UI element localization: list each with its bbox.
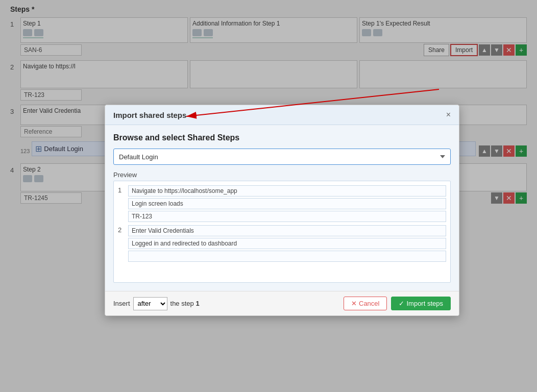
modal-body: Browse and select Shared Steps Default L…: [105, 125, 459, 291]
modal-subtitle: Browse and select Shared Steps: [113, 133, 451, 142]
preview-fields-2: Enter Valid Credentials Logged in and re…: [128, 225, 446, 262]
preview-field-1-2: Login screen loads: [128, 198, 446, 209]
import-modal: Import shared steps × Browse and select …: [105, 105, 459, 316]
footer-right: ✕ Cancel ✓ Import steps: [344, 297, 451, 310]
footer-left: Insert after before the step 1: [113, 297, 200, 310]
preview-fields-1: Navigate to https://localhost/some_app L…: [128, 185, 446, 222]
import-steps-label: Import steps: [406, 300, 443, 307]
the-step-text: the step 1: [170, 300, 200, 307]
cancel-button[interactable]: ✕ Cancel: [344, 297, 387, 310]
cancel-label: Cancel: [359, 300, 379, 307]
modal-title: Import shared steps: [113, 111, 186, 119]
insert-select[interactable]: after before: [133, 297, 167, 310]
preview-field-1-1: Navigate to https://localhost/some_app: [128, 185, 446, 197]
modal-header: Import shared steps ×: [105, 105, 459, 125]
main-area: Steps * 1 Step 1 Additional Information …: [0, 0, 537, 392]
preview-row-1: 1 Navigate to https://localhost/some_app…: [118, 185, 446, 222]
shared-steps-dropdown[interactable]: Default Login: [113, 149, 451, 165]
preview-num-2: 2: [118, 225, 128, 234]
preview-field-1-3: TR-123: [128, 211, 446, 222]
import-check-icon: ✓: [399, 300, 404, 307]
preview-box: 1 Navigate to https://localhost/some_app…: [113, 181, 451, 283]
preview-row-2: 2 Enter Valid Credentials Logged in and …: [118, 225, 446, 262]
insert-label: Insert: [113, 300, 130, 307]
preview-field-2-2: Logged in and redirected to dashboard: [128, 238, 446, 249]
preview-field-2-3: [128, 251, 446, 262]
preview-label: Preview: [113, 171, 451, 179]
preview-num-1: 1: [118, 185, 128, 194]
modal-close-button[interactable]: ×: [446, 110, 451, 119]
modal-footer: Insert after before the step 1 ✕ Cancel …: [105, 291, 459, 315]
cancel-x-icon: ✕: [351, 300, 357, 307]
import-steps-button[interactable]: ✓ Import steps: [391, 297, 451, 310]
preview-field-2-1: Enter Valid Credentials: [128, 225, 446, 236]
